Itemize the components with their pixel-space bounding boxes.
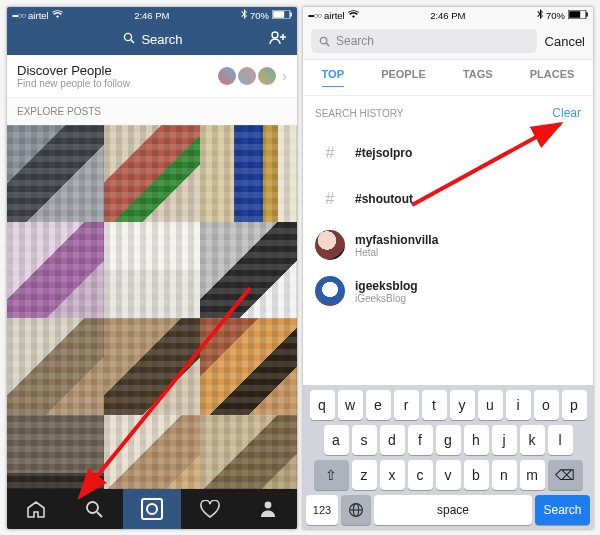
key-m[interactable]: m — [520, 460, 545, 490]
history-subtitle: iGeeksBlog — [355, 293, 418, 304]
key-numbers[interactable]: 123 — [306, 495, 338, 525]
svg-rect-1 — [273, 11, 284, 18]
search-icon — [123, 32, 135, 47]
signal-dots-icon: •••○○ — [12, 11, 25, 20]
search-entry[interactable]: Search — [123, 32, 182, 47]
key-q[interactable]: q — [310, 390, 335, 420]
key-shift[interactable]: ⇧ — [314, 460, 349, 490]
battery-icon — [568, 10, 588, 21]
explore-cell[interactable] — [104, 125, 201, 222]
avatar — [315, 230, 345, 260]
carrier-label: airtel — [28, 10, 49, 21]
history-title: igeeksblog — [355, 279, 418, 293]
phone-search: •••○○ airtel 2:46 PM 70% Search — [302, 6, 594, 530]
key-space[interactable]: space — [374, 495, 532, 525]
explore-header: Search — [7, 23, 297, 55]
clock: 2:46 PM — [134, 10, 169, 21]
svg-line-9 — [97, 512, 102, 517]
svg-line-16 — [326, 43, 329, 46]
key-s[interactable]: s — [352, 425, 377, 455]
key-globe[interactable] — [341, 495, 371, 525]
key-z[interactable]: z — [352, 460, 377, 490]
svg-rect-14 — [586, 12, 588, 16]
history-row-user[interactable]: igeeksblog iGeeksBlog — [303, 268, 593, 314]
avatar — [238, 67, 256, 85]
key-v[interactable]: v — [436, 460, 461, 490]
phone-explore: •••○○ airtel 2:46 PM 70% — [6, 6, 298, 530]
key-l[interactable]: l — [548, 425, 573, 455]
tab-places[interactable]: PLACES — [530, 68, 575, 87]
tab-camera[interactable] — [123, 489, 181, 529]
tab-tags[interactable]: TAGS — [463, 68, 493, 87]
key-j[interactable]: j — [492, 425, 517, 455]
explore-posts-label: EXPLORE POSTS — [7, 98, 297, 125]
key-n[interactable]: n — [492, 460, 517, 490]
hashtag-icon: # — [315, 184, 345, 214]
key-a[interactable]: a — [324, 425, 349, 455]
tab-profile[interactable] — [239, 489, 297, 529]
key-i[interactable]: i — [506, 390, 531, 420]
key-backspace[interactable]: ⌫ — [548, 460, 583, 490]
signal-dots-icon: •••○○ — [308, 11, 321, 20]
tab-people[interactable]: PEOPLE — [381, 68, 426, 87]
clear-button[interactable]: Clear — [552, 106, 581, 120]
discover-title: Discover People — [17, 63, 130, 78]
tab-home[interactable] — [7, 489, 65, 529]
tab-activity[interactable] — [181, 489, 239, 529]
explore-cell[interactable] — [104, 222, 201, 319]
key-t[interactable]: t — [422, 390, 447, 420]
key-y[interactable]: y — [450, 390, 475, 420]
history-row-hashtag[interactable]: # #shoutout — [303, 176, 593, 222]
key-u[interactable]: u — [478, 390, 503, 420]
status-bar: •••○○ airtel 2:46 PM 70% — [303, 7, 593, 23]
history-title: #shoutout — [355, 192, 413, 206]
explore-cell[interactable] — [7, 125, 104, 222]
history-title: myfashionvilla — [355, 233, 438, 247]
explore-cell[interactable] — [200, 125, 297, 222]
search-input[interactable]: Search — [311, 29, 537, 53]
key-e[interactable]: e — [366, 390, 391, 420]
key-x[interactable]: x — [380, 460, 405, 490]
explore-cell[interactable] — [7, 222, 104, 319]
explore-cell[interactable] — [104, 318, 201, 415]
add-user-button[interactable] — [269, 31, 287, 48]
cancel-button[interactable]: Cancel — [545, 34, 585, 49]
history-subtitle: Hetal — [355, 247, 438, 258]
key-c[interactable]: c — [408, 460, 433, 490]
key-r[interactable]: r — [394, 390, 419, 420]
history-title: #tejsolpro — [355, 146, 412, 160]
svg-point-11 — [265, 502, 272, 509]
svg-point-5 — [272, 32, 278, 38]
discover-people-row[interactable]: Discover People Find new people to follo… — [7, 55, 297, 98]
history-row-hashtag[interactable]: # #tejsolpro — [303, 130, 593, 176]
discover-subtitle: Find new people to follow — [17, 78, 130, 89]
tab-top[interactable]: TOP — [322, 68, 344, 87]
history-row-user[interactable]: myfashionvilla Hetal — [303, 222, 593, 268]
avatar — [258, 67, 276, 85]
key-w[interactable]: w — [338, 390, 363, 420]
search-bar: Search Cancel — [303, 23, 593, 60]
tab-search[interactable] — [65, 489, 123, 529]
key-p[interactable]: p — [562, 390, 587, 420]
key-f[interactable]: f — [408, 425, 433, 455]
explore-cell[interactable] — [7, 318, 104, 415]
wifi-icon — [52, 10, 63, 21]
key-o[interactable]: o — [534, 390, 559, 420]
key-g[interactable]: g — [436, 425, 461, 455]
explore-cell[interactable] — [200, 222, 297, 319]
search-placeholder: Search — [336, 34, 374, 48]
key-d[interactable]: d — [380, 425, 405, 455]
status-bar: •••○○ airtel 2:46 PM 70% — [7, 7, 297, 23]
key-k[interactable]: k — [520, 425, 545, 455]
bluetooth-icon — [537, 9, 543, 21]
svg-point-3 — [125, 33, 132, 40]
key-b[interactable]: b — [464, 460, 489, 490]
key-search[interactable]: Search — [535, 495, 590, 525]
key-h[interactable]: h — [464, 425, 489, 455]
bluetooth-icon — [241, 9, 247, 21]
explore-cell[interactable] — [200, 318, 297, 415]
chevron-right-icon: › — [282, 68, 287, 84]
search-history-header: SEARCH HISTORY Clear — [303, 96, 593, 130]
search-label: Search — [141, 32, 182, 47]
wifi-icon — [348, 10, 359, 21]
